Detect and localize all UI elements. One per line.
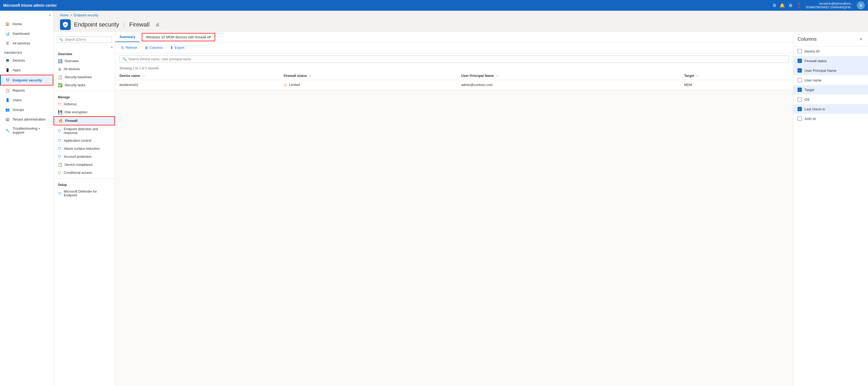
sidebar-collapse-button[interactable]: « — [0, 11, 53, 19]
overview-section-label: Overview — [54, 50, 115, 57]
columns-item-firewall-status[interactable]: Firewall status — [793, 56, 868, 66]
page-header-icon — [60, 19, 71, 30]
columns-label-os: OS — [805, 97, 810, 101]
left-panel-item-security-baselines[interactable]: 📋 Security baselines — [54, 73, 115, 81]
columns-label-aad-id: AAD Id — [805, 117, 815, 121]
left-panel-search-container[interactable]: 🔍 — [57, 36, 112, 43]
checkbox-aad-id[interactable] — [798, 117, 802, 121]
export-button[interactable]: ⬇ Export — [168, 44, 186, 51]
overview-icon: ℹ️ — [58, 59, 62, 63]
endpoint-security-icon: 🛡 — [5, 78, 10, 83]
left-panel-collapse-icon[interactable]: « — [111, 45, 113, 49]
columns-item-user-name[interactable]: User name — [793, 75, 868, 85]
help-icon[interactable]: ❓ — [796, 3, 802, 8]
page-title: Endpoint security — [74, 21, 119, 28]
breadcrumb-current: Endpoint security — [74, 13, 98, 17]
security-tasks-icon: ✅ — [58, 83, 62, 87]
sidebar-item-users[interactable]: 👤 Users — [0, 95, 53, 105]
col-header-user-principal-name[interactable]: User Principal Name ↑↓ — [457, 72, 680, 80]
search-bar-row: 🔍 — [115, 53, 793, 65]
col-header-firewall-status[interactable]: Firewall status ↑↓ — [279, 72, 457, 80]
columns-item-aad-id[interactable]: AAD Id — [793, 114, 868, 124]
main-content: Home > Endpoint security Endpoint securi… — [54, 11, 868, 386]
bell-icon[interactable]: 🔔 — [780, 3, 785, 8]
columns-label-firewall-status: Firewall status — [805, 59, 827, 63]
columns-item-user-principal-name[interactable]: User Principal Name — [793, 66, 868, 75]
left-panel-item-attack-surface[interactable]: 🛡 Attack surface reduction — [54, 144, 115, 153]
sidebar-item-reports[interactable]: 📋 Reports — [0, 86, 53, 95]
left-panel-item-ms-defender[interactable]: 🛡 Microsoft Defender for Endpoint — [54, 188, 115, 199]
checkbox-device-id[interactable] — [798, 49, 802, 53]
refresh-button[interactable]: ↻ Refresh — [120, 44, 139, 51]
sidebar-item-troubleshooting[interactable]: 🔧 Troubleshooting + support — [0, 124, 53, 137]
checkbox-target[interactable] — [798, 88, 802, 92]
left-panel-item-all-devices[interactable]: 🖥 All devices — [54, 65, 115, 73]
checkbox-os[interactable] — [798, 97, 802, 101]
cell-firewall-status: ⚠ Limited — [279, 80, 457, 90]
settings-icon[interactable]: ⚙ — [789, 3, 793, 8]
breadcrumb-home[interactable]: Home — [60, 13, 69, 17]
share-icon[interactable]: ⧉ — [773, 3, 776, 8]
sidebar-item-all-services[interactable]: ☰ All services — [0, 38, 53, 48]
cell-upn: admin@contoso.com — [457, 80, 680, 90]
apps-icon: 📱 — [5, 67, 10, 72]
checkbox-user-name[interactable] — [798, 78, 802, 82]
topbar-icons: ⧉ 🔔 ⚙ ❓ secadmin@farhanqfirew... TENANTM… — [773, 1, 865, 9]
print-icon[interactable]: 🖨 — [155, 22, 160, 27]
sidebar-item-devices[interactable]: 💻 Devices — [0, 56, 53, 65]
page-header-separator: | — [124, 21, 125, 28]
sidebar-item-apps[interactable]: 📱 Apps — [0, 65, 53, 75]
sidebar-item-dashboard[interactable]: 📊 Dashboard — [0, 29, 53, 38]
columns-button[interactable]: ⊞ Columns — [143, 44, 164, 51]
col-header-target[interactable]: Target ↑↓ — [680, 72, 793, 80]
left-panel-item-security-tasks[interactable]: ✅ Security tasks — [54, 81, 115, 89]
columns-label-last-check-in: Last check-in — [805, 107, 825, 111]
columns-label-target: Target — [805, 88, 814, 92]
sort-firewall-status-icon: ↑↓ — [309, 74, 312, 77]
users-icon: 👤 — [5, 97, 10, 102]
search-bar-icon: 🔍 — [122, 57, 127, 61]
columns-item-target[interactable]: Target — [793, 85, 868, 95]
tenant-admin-icon: 🏢 — [5, 117, 10, 122]
left-panel-item-account-protection[interactable]: 🛡 Account protection — [54, 153, 115, 161]
ms-defender-icon: 🛡 — [58, 191, 62, 196]
sidebar-item-endpoint-security[interactable]: 🛡 Endpoint security — [0, 75, 53, 86]
columns-icon: ⊞ — [145, 45, 148, 50]
columns-item-os[interactable]: OS — [793, 95, 868, 104]
left-panel-item-device-compliance[interactable]: 📋 Device compliance — [54, 161, 115, 169]
attack-surface-icon: 🛡 — [58, 147, 62, 151]
columns-label-device-id: Device ID — [805, 49, 819, 53]
favorites-label: FAVORITES — [0, 48, 53, 56]
col-header-device-name[interactable]: Device name ↑↓ — [115, 72, 279, 80]
left-panel-item-overview[interactable]: ℹ️ Overview — [54, 57, 115, 65]
setup-section-label: Setup — [54, 180, 115, 188]
left-panel: 🔍 « Overview ℹ️ Overview 🖥 All devices — [54, 32, 115, 386]
device-search-input[interactable] — [128, 57, 786, 61]
left-panel-item-conditional-access[interactable]: 🛡 Conditional access — [54, 169, 115, 177]
checkbox-firewall-status[interactable] — [798, 59, 802, 63]
columns-item-device-id[interactable]: Device ID — [793, 46, 868, 56]
left-panel-item-edr[interactable]: 🛡 Endpoint detection and response — [54, 125, 115, 137]
cell-device-name: testdevice01 — [115, 80, 279, 90]
left-panel-item-antivirus[interactable]: 🛡 Antivirus — [54, 100, 115, 108]
disk-encryption-icon: 💾 — [58, 110, 62, 115]
avatar[interactable]: S — [857, 1, 865, 9]
topbar: Microsoft Intune admin center ⧉ 🔔 ⚙ ❓ se… — [0, 0, 868, 11]
sidebar-item-tenant-admin[interactable]: 🏢 Tenant administration — [0, 115, 53, 124]
checkbox-user-principal-name[interactable] — [798, 68, 802, 73]
page-subtitle: Firewall — [129, 21, 150, 28]
left-panel-item-app-control[interactable]: 🛡 Application control — [54, 137, 115, 144]
left-panel-item-firewall[interactable]: 🔥 Firewall — [54, 116, 115, 125]
sidebar-item-groups[interactable]: 👥 Groups — [0, 105, 53, 115]
content-area: 🔍 « Overview ℹ️ Overview 🖥 All devices — [54, 32, 868, 386]
conditional-access-icon: 🛡 — [58, 171, 62, 175]
table-row[interactable]: testdevice01 ⚠ Limited admin@contoso.com… — [115, 80, 793, 90]
columns-panel-close-button[interactable]: ✕ — [858, 36, 864, 42]
summary-tab[interactable]: Summary — [115, 32, 140, 42]
left-panel-search-input[interactable] — [65, 38, 109, 41]
highlighted-tab[interactable]: Windows 10 MDM devices with firewall off — [142, 33, 215, 41]
left-panel-item-disk-encryption[interactable]: 💾 Disk encryption — [54, 108, 115, 116]
sidebar-item-home[interactable]: 🏠 Home — [0, 19, 53, 29]
columns-item-last-check-in[interactable]: Last check-in — [793, 104, 868, 114]
checkbox-last-check-in[interactable] — [798, 107, 802, 111]
